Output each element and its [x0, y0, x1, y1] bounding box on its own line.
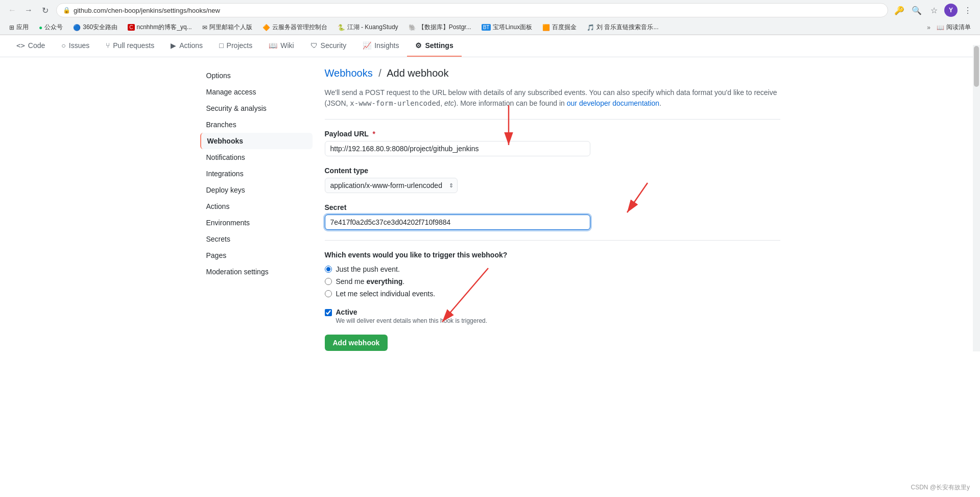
main-layout: Options Manage access Security & analysi… — [184, 57, 797, 361]
insights-icon: 📈 — [363, 41, 371, 50]
radio-push-input[interactable] — [325, 266, 332, 273]
payload-url-group: Payload URL * — [325, 130, 780, 156]
payload-url-label: Payload URL * — [325, 130, 780, 138]
radio-group: Just the push event. Send me everything.… — [325, 265, 780, 298]
bookmark-juejin[interactable]: 🟧 百度掘金 — [538, 22, 581, 33]
breadcrumb-webhooks-link[interactable]: Webhooks — [325, 67, 373, 79]
breadcrumb-current: Add webhook — [387, 67, 448, 79]
sidebar-item-security-analysis[interactable]: Security & analysis — [200, 100, 313, 116]
radio-individual-label: Let me select individual events. — [336, 290, 436, 298]
bookmark-reading-list[interactable]: 📖 阅读清单 — [933, 22, 975, 33]
developer-docs-link[interactable]: our developer documentation — [567, 99, 659, 107]
sidebar-item-notifications[interactable]: Notifications — [200, 149, 313, 165]
sidebar-item-integrations[interactable]: Integrations — [200, 165, 313, 182]
forward-button[interactable]: → — [21, 3, 36, 17]
bookmark-kuang[interactable]: 🐍 江湖 - KuangStudy — [333, 22, 402, 33]
settings-sidebar: Options Manage access Security & analysi… — [200, 67, 313, 351]
main-content: Webhooks / Add webhook We'll send a POST… — [325, 67, 780, 351]
scrollbar-thumb[interactable] — [974, 46, 979, 87]
radio-everything-label: Send me everything. — [336, 277, 405, 286]
radio-individual[interactable]: Let me select individual events. — [325, 290, 780, 298]
active-checkbox-input[interactable] — [325, 309, 332, 316]
payload-url-input-wrapper — [325, 141, 780, 156]
sidebar-item-moderation[interactable]: Moderation settings — [200, 264, 313, 280]
back-button[interactable]: ← — [5, 3, 19, 17]
nav-security[interactable]: 🛡 Security — [302, 35, 355, 57]
sidebar-item-deploy-keys[interactable]: Deploy keys — [200, 182, 313, 198]
events-group: Which events would you like to trigger t… — [325, 251, 780, 298]
content-type-select[interactable]: application/x-www-form-urlencoded applic… — [325, 178, 458, 193]
menu-icon[interactable]: ⋮ — [961, 3, 975, 17]
payload-url-input[interactable] — [325, 141, 590, 156]
apps-icon: ⊞ — [9, 24, 14, 31]
bookmark-csdn[interactable]: C ncnhhm的博客_yq... — [124, 22, 196, 33]
nav-issues[interactable]: ○ Issues — [53, 35, 98, 57]
cloud-icon: 🔶 — [262, 24, 270, 31]
sidebar-item-actions[interactable]: Actions — [200, 198, 313, 215]
sidebar-item-manage-access[interactable]: Manage access — [200, 84, 313, 100]
bookmark-label: 刘 音乐直链搜索音乐... — [596, 23, 658, 32]
events-question: Which events would you like to trigger t… — [325, 251, 780, 259]
bookmarks-bar: ⊞ 应用 ● 公众号 🔵 360安全路由 C ncnhhm的博客_yq... ✉… — [0, 20, 980, 35]
bookmark-ali[interactable]: ✉ 阿里邮箱个人版 — [198, 22, 256, 33]
active-label-group: Active We will deliver event details whe… — [336, 308, 488, 324]
code-icon: <> — [16, 41, 25, 50]
active-checkbox-item: Active We will deliver event details whe… — [325, 308, 780, 324]
active-description: We will deliver event details when this … — [336, 317, 488, 324]
nav-insights[interactable]: 📈 Insights — [354, 35, 407, 57]
scrollbar[interactable] — [973, 45, 980, 351]
search-icon[interactable]: 🔍 — [910, 3, 924, 17]
nav-settings-label: Settings — [425, 41, 453, 50]
url-text: github.com/chen-boop/jenkins/settings/ho… — [74, 7, 220, 14]
music-icon: 🎵 — [587, 24, 594, 31]
sidebar-item-environments[interactable]: Environments — [200, 215, 313, 231]
content-type-select-wrapper: application/x-www-form-urlencoded applic… — [325, 178, 458, 193]
bookmark-music[interactable]: 🎵 刘 音乐直链搜索音乐... — [583, 22, 662, 33]
bookmark-apps[interactable]: ⊞ 应用 — [5, 22, 33, 33]
browser-toolbar: ← → ↻ 🔒 github.com/chen-boop/jenkins/set… — [0, 0, 980, 20]
sidebar-item-options[interactable]: Options — [200, 67, 313, 84]
bookmark-postgres[interactable]: 🐘 【数据库】Postgr... — [404, 22, 475, 33]
nav-settings[interactable]: ⚙ Settings — [407, 35, 461, 57]
juejin-icon: 🟧 — [542, 24, 550, 31]
nav-actions-label: Actions — [179, 41, 203, 50]
radio-push-event[interactable]: Just the push event. — [325, 265, 780, 273]
breadcrumb: Webhooks / Add webhook — [325, 67, 780, 79]
settings-icon: ⚙ — [415, 41, 422, 50]
sidebar-item-branches[interactable]: Branches — [200, 116, 313, 133]
radio-everything[interactable]: Send me everything. — [325, 277, 780, 286]
refresh-button[interactable]: ↻ — [38, 3, 52, 17]
sidebar-item-secrets[interactable]: Secrets — [200, 231, 313, 247]
360-icon: 🔵 — [73, 24, 81, 31]
profile-avatar[interactable]: Y — [944, 4, 958, 17]
nav-wiki-label: Wiki — [280, 41, 294, 50]
nav-projects[interactable]: □ Projects — [211, 35, 260, 57]
address-bar[interactable]: 🔒 github.com/chen-boop/jenkins/settings/… — [56, 3, 888, 17]
bookmark-gzh[interactable]: ● 公众号 — [35, 22, 67, 33]
nav-insights-label: Insights — [374, 41, 399, 50]
sidebar-item-webhooks[interactable]: Webhooks — [200, 133, 313, 149]
section-divider — [325, 240, 780, 241]
content-type-label: Content type — [325, 167, 780, 175]
nav-actions[interactable]: ▶ Actions — [162, 35, 211, 57]
bookmark-label: ncnhhm的博客_yq... — [137, 23, 192, 32]
star-icon[interactable]: ☆ — [927, 3, 941, 17]
key-icon[interactable]: 🔑 — [892, 3, 906, 17]
sidebar-item-pages[interactable]: Pages — [200, 247, 313, 264]
secret-input[interactable] — [325, 215, 590, 230]
nav-wiki[interactable]: 📖 Wiki — [260, 35, 302, 57]
security-icon: 🛡 — [310, 41, 318, 50]
bookmark-cloud[interactable]: 🔶 云服务器管理控制台 — [258, 22, 331, 33]
add-webhook-button[interactable]: Add webhook — [325, 335, 388, 351]
bookmark-360[interactable]: 🔵 360安全路由 — [69, 22, 122, 33]
nav-code[interactable]: <> Code — [8, 35, 53, 57]
nav-pulls[interactable]: ⑂ Pull requests — [98, 35, 162, 57]
bookmark-bt[interactable]: BT 宝塔Linux面板 — [477, 22, 536, 33]
radio-individual-input[interactable] — [325, 290, 332, 297]
radio-everything-input[interactable] — [325, 278, 332, 285]
more-bookmarks[interactable]: » — [927, 24, 930, 31]
pull-requests-icon: ⑂ — [106, 41, 110, 50]
bookmark-label: 【数据库】Postgr... — [418, 23, 471, 32]
active-label[interactable]: Active — [336, 308, 357, 316]
bookmark-label: 阅读清单 — [946, 23, 971, 32]
